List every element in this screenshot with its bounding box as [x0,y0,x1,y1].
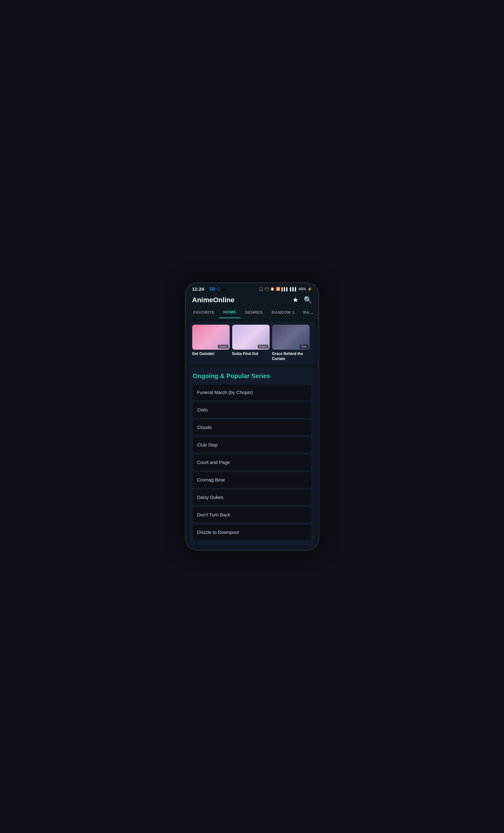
header-icons: ★ 🔍 [293,296,312,304]
swiftkey-icon: ⌨ [209,287,215,291]
table-row[interactable]: Cielo [193,402,311,418]
status-right: 🎧 📳 ⏰ 📶 ▌▌▌ ▌▌▌ 46% ⚡ [259,287,312,291]
nav-tabs: FAVORITE HOME GENRES RANDOM 1 RA... [186,307,318,318]
cards-section: ToonA Get Outside! ToonA Gotta Find Out … [189,322,315,364]
tab-random1[interactable]: RANDOM 1 [267,307,299,318]
headphone-icon: 🎧 [259,287,263,291]
table-row[interactable]: Don't Turn Back [193,507,311,523]
list-item[interactable]: Toon Grace Behind the Curtain [272,325,309,361]
bluetooth-icon: ⬡ [217,287,220,291]
favorite-icon[interactable]: ★ [293,296,299,304]
status-time: 11:24 [192,286,204,292]
tab-genres[interactable]: GENRES [241,307,268,318]
card-title-2: Gotta Find Out [232,352,270,357]
status-bar: 11:24 ♪ ⌨ ⬡ ☁ 🎧 📳 ⏰ 📶 ▌▌▌ ▌▌▌ 46% ⚡ [186,283,318,293]
tiktok-icon: ♪ [206,287,208,291]
ongoing-section: Ongoing & Popular Series Funeral March (… [189,367,315,545]
tab-favorite[interactable]: FAVORITE [189,307,219,318]
card-thumbnail-1: ToonA [192,325,230,350]
app-header: AnimeOnline ★ 🔍 [186,293,318,307]
tab-home[interactable]: HOME [219,307,241,318]
table-row[interactable]: Funeral March (by Chopin) [193,385,311,400]
battery-value: 46% [298,287,306,291]
series-name: Cielo [197,407,208,412]
card-thumbnail-2: ToonA [232,325,270,350]
card-title-3: Grace Behind the Curtain [272,352,309,361]
series-name: Clouds [197,425,212,430]
status-left: 11:24 ♪ ⌨ ⬡ ☁ [192,286,226,292]
list-item[interactable]: ToonA Get Outside! [192,325,230,361]
table-row[interactable]: Court and Page [193,455,311,470]
cards-row: ToonA Get Outside! ToonA Gotta Find Out … [192,325,312,361]
toon-badge-1: ToonA [218,345,228,349]
app-title: AnimeOnline [192,296,235,304]
series-name: Club Step [197,442,218,447]
series-name: Cromag Beat [197,477,225,482]
series-name: Funeral March (by Chopin) [197,390,253,395]
series-name: Court and Page [197,459,230,465]
series-name: Drizzle to Downpour [197,529,240,535]
battery-icon: ⚡ [307,287,312,291]
card-thumbnail-3: Toon [272,325,309,350]
table-row[interactable]: Drizzle to Downpour [193,525,311,540]
table-row[interactable]: Clouds [193,420,311,435]
toon-badge-2: ToonA [258,345,269,349]
vibrate-icon: 📳 [264,287,269,291]
series-name: Don't Turn Back [197,512,230,517]
signal1-icon: ▌▌▌ [281,287,289,291]
status-app-icons: ♪ ⌨ ⬡ ☁ [206,287,226,291]
table-row[interactable]: Club Step [193,437,311,453]
wifi-icon: 📶 [276,287,280,291]
content-scroll[interactable]: ToonA Get Outside! ToonA Gotta Find Out … [186,318,318,550]
tab-ra[interactable]: RA... [299,307,318,318]
signal2-icon: ▌▌▌ [290,287,297,291]
phone-frame: 11:24 ♪ ⌨ ⬡ ☁ 🎧 📳 ⏰ 📶 ▌▌▌ ▌▌▌ 46% ⚡ Anim… [185,282,319,551]
card-title-1: Get Outside! [192,352,230,357]
table-row[interactable]: Daisy Dukes [193,490,311,505]
list-item[interactable]: ToonA Gotta Find Out [232,325,270,361]
search-icon[interactable]: 🔍 [304,296,312,304]
cloud-icon: ☁ [222,287,226,291]
alarm-icon: ⏰ [270,287,275,291]
series-name: Daisy Dukes [197,495,223,500]
toon-badge-3: Toon [300,345,308,349]
table-row[interactable]: Cromag Beat [193,472,311,488]
ongoing-title: Ongoing & Popular Series [193,373,311,380]
series-list: Funeral March (by Chopin) Cielo Clouds C… [193,385,311,540]
